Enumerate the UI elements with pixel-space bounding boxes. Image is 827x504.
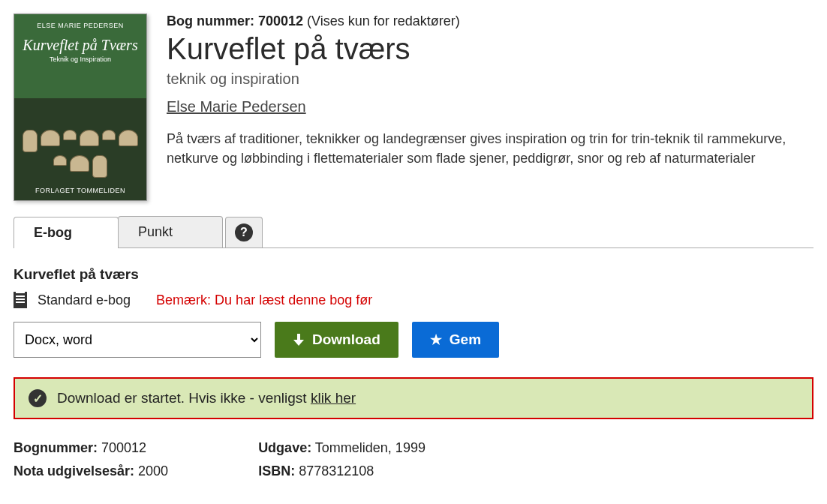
save-button[interactable]: ★ Gem bbox=[412, 322, 499, 358]
tab-help[interactable]: ? bbox=[225, 217, 263, 248]
book-cover: ELSE MARIE PEDERSEN Kurveflet på Tværs T… bbox=[14, 14, 147, 201]
download-started-alert: ✓ Download er startet. Hvis ikke - venli… bbox=[14, 377, 813, 419]
page-subtitle: teknik og inspiration bbox=[167, 70, 813, 88]
format-select[interactable]: Docx, word bbox=[14, 322, 261, 358]
panel-title: Kurveflet på tværs bbox=[14, 266, 813, 283]
meta-udgivelse: Nota udgivelsesår: 2000 bbox=[14, 464, 168, 479]
meta-bognummer: Bognummer: 700012 bbox=[14, 440, 168, 456]
cover-title: Kurveflet på Tværs bbox=[23, 37, 137, 54]
cover-author: ELSE MARIE PEDERSEN bbox=[37, 22, 124, 29]
cover-subtitle: Teknik og Inspiration bbox=[50, 56, 111, 63]
book-number-value: 700012 bbox=[258, 14, 303, 28]
cover-publisher: FORLAGET TOMMELIDEN bbox=[14, 187, 146, 194]
book-number-label: Bog nummer: bbox=[167, 14, 254, 28]
author-link[interactable]: Else Marie Pedersen bbox=[167, 98, 306, 116]
save-button-label: Gem bbox=[450, 332, 481, 348]
check-icon: ✓ bbox=[29, 389, 47, 407]
star-icon: ★ bbox=[430, 333, 442, 346]
cover-illustration bbox=[22, 130, 139, 178]
meta-udgave: Udgave: Tommeliden, 1999 bbox=[258, 440, 426, 456]
already-read-notice: Bemærk: Du har læst denne bog før bbox=[156, 292, 372, 308]
help-icon: ? bbox=[235, 224, 253, 242]
download-button-label: Download bbox=[312, 332, 380, 348]
book-number-line: Bog nummer: 700012 (Vises kun for redakt… bbox=[167, 14, 813, 29]
meta-isbn: ISBN: 8778312108 bbox=[258, 464, 426, 479]
download-button[interactable]: Download bbox=[275, 322, 398, 358]
alert-text: Download er startet. Hvis ikke - venligs… bbox=[57, 390, 356, 406]
book-number-note: (Vises kun for redaktører) bbox=[307, 14, 460, 28]
format-tabs: E-bog Punkt ? bbox=[14, 216, 813, 248]
download-icon bbox=[293, 334, 305, 346]
document-icon bbox=[14, 292, 27, 308]
tab-punkt[interactable]: Punkt bbox=[118, 216, 223, 248]
book-description: På tværs af traditioner, teknikker og la… bbox=[167, 129, 813, 168]
tab-ebog[interactable]: E-bog bbox=[14, 217, 119, 248]
page-title: Kurveflet på tværs bbox=[167, 32, 813, 66]
ebook-type-label: Standard e-bog bbox=[38, 292, 131, 308]
alert-retry-link[interactable]: klik her bbox=[311, 390, 356, 406]
